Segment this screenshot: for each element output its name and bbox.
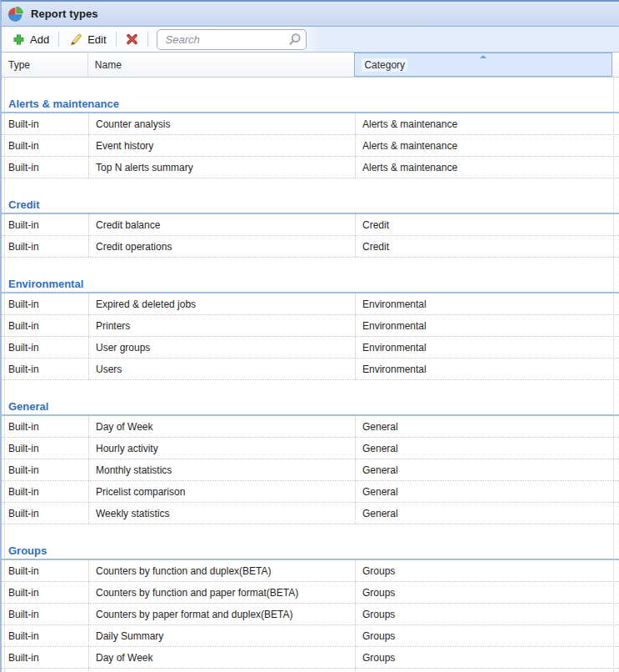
cell-name: Counters by paper format and duplex(BETA… — [88, 604, 355, 624]
table-row[interactable]: Built-inCredit operationsCredit — [2, 236, 619, 258]
table-row[interactable]: Built-inDay of WeekGroups — [2, 647, 619, 669]
table-row[interactable]: Built-inUser groupsEnvironmental — [2, 337, 619, 359]
column-header-category[interactable]: Category — [354, 53, 612, 77]
table-row[interactable]: Built-inCounters by paper format and dup… — [2, 604, 619, 625]
table-row[interactable]: Built-inCounters by function and paper f… — [2, 582, 619, 604]
column-header-name[interactable]: Name — [88, 53, 355, 77]
magnifier-icon[interactable] — [287, 33, 302, 47]
cell-category: Groups — [355, 604, 613, 624]
table-row[interactable]: Built-inPricelist comparisonGeneral — [2, 481, 619, 503]
cell-category: Groups — [355, 625, 613, 646]
search-input[interactable] — [164, 33, 287, 47]
table-row[interactable]: Built-inHourly activityGeneral — [2, 438, 619, 459]
table-row[interactable]: Built-inCredit balanceCredit — [2, 214, 619, 236]
pie-chart-icon — [7, 6, 24, 23]
cell-type: Built-in — [2, 481, 88, 502]
cell-name: Counter analysis — [88, 113, 355, 134]
titlebar[interactable]: Report types — [2, 2, 619, 27]
group-header[interactable]: Credit — [2, 197, 619, 214]
group-header-label: Groups — [8, 544, 47, 557]
cell-name: Expired & deleted jobs — [88, 293, 355, 314]
window-title: Report types — [31, 8, 98, 20]
cell-category: General — [355, 438, 613, 459]
cell-name: User groups — [88, 337, 355, 358]
sort-ascending-icon — [480, 55, 487, 58]
table-row[interactable]: Built-inPrintersEnvironmental — [2, 315, 619, 337]
edit-button-label: Edit — [87, 33, 106, 46]
edit-button[interactable]: Edit — [62, 30, 112, 48]
search-box — [157, 29, 307, 50]
delete-button[interactable] — [120, 31, 144, 48]
cell-category: Environmental — [355, 315, 613, 336]
cell-category: Groups — [355, 560, 613, 581]
table-row[interactable]: Built-inCounters by function and duplex(… — [2, 560, 619, 582]
cell-name: Weekly statistics — [88, 503, 355, 524]
cell-type — [2, 669, 88, 672]
table-row[interactable]: Built-inEvent historyAlerts & maintenanc… — [2, 135, 619, 157]
cell-type: Built-in — [2, 135, 88, 156]
group-header[interactable]: General — [2, 399, 619, 416]
table-row[interactable]: Built-inDay of WeekGeneral — [2, 416, 619, 438]
cell-type: Built-in — [2, 337, 88, 358]
cell-category: Environmental — [355, 359, 613, 379]
toolbar-separator — [147, 32, 148, 47]
cell-category: General — [355, 503, 613, 524]
cell-type: Built-in — [2, 157, 88, 178]
cell-category: Credit — [355, 214, 613, 235]
cell-type: Built-in — [2, 560, 88, 581]
cell-type: Built-in — [2, 582, 88, 603]
add-button-label: Add — [30, 33, 49, 46]
add-button[interactable]: Add — [7, 31, 55, 48]
table-body: Alerts & maintenanceBuilt-inCounter anal… — [2, 78, 619, 672]
cell-name: Event history — [88, 135, 355, 156]
column-header-type-label: Type — [8, 59, 30, 71]
grid-left-dotted-border — [4, 78, 5, 672]
table-row[interactable]: Built-inUsersEnvironmental — [2, 359, 619, 380]
cell-category: General — [355, 416, 613, 437]
cell-name: Day of Week — [88, 416, 355, 437]
column-header-type[interactable]: Type — [2, 53, 88, 77]
cell-name — [88, 669, 355, 672]
table-row-partial[interactable] — [2, 669, 619, 672]
cell-type: Built-in — [2, 503, 88, 524]
cell-type: Built-in — [2, 604, 88, 624]
table-row[interactable]: Built-inTop N alerts summaryAlerts & mai… — [2, 157, 619, 178]
group-section: EnvironmentalBuilt-inExpired & deleted j… — [2, 258, 619, 380]
cell-name: Credit balance — [88, 214, 355, 235]
table-row[interactable]: Built-inCounter analysisAlerts & mainten… — [2, 113, 619, 135]
group-header[interactable]: Alerts & maintenance — [2, 96, 619, 113]
group-section: Alerts & maintenanceBuilt-inCounter anal… — [2, 78, 619, 178]
group-section: GeneralBuilt-inDay of WeekGeneralBuilt-i… — [2, 380, 619, 524]
cell-category: Environmental — [355, 337, 613, 358]
cell-name: Hourly activity — [88, 438, 355, 459]
table-row[interactable]: Built-inExpired & deleted jobsEnvironmen… — [2, 293, 619, 315]
group-gap — [2, 258, 619, 276]
group-header[interactable]: Groups — [2, 543, 619, 560]
cell-name: Top N alerts summary — [88, 157, 355, 178]
group-gap — [2, 380, 619, 399]
table-row[interactable]: Built-inWeekly statisticsGeneral — [2, 503, 619, 524]
cell-category: Alerts & maintenance — [355, 135, 613, 156]
cell-type: Built-in — [2, 359, 88, 379]
cell-name: Pricelist comparison — [88, 481, 355, 502]
group-header[interactable]: Environmental — [2, 276, 619, 293]
cell-category: Alerts & maintenance — [355, 113, 613, 134]
cell-category: Environmental — [355, 293, 613, 314]
cell-name: Counters by function and duplex(BETA) — [88, 560, 355, 581]
cell-name: Users — [88, 359, 355, 379]
table-header: Type Name Category — [2, 53, 619, 78]
column-header-filler — [612, 53, 619, 77]
cell-type: Built-in — [2, 315, 88, 336]
group-header-label: Alerts & maintenance — [8, 98, 119, 110]
cell-type: Built-in — [2, 459, 88, 480]
plus-icon — [12, 33, 25, 46]
table-row[interactable]: Built-inMonthly statisticsGeneral — [2, 459, 619, 481]
cell-type: Built-in — [2, 113, 88, 134]
group-gap — [2, 524, 619, 543]
group-gap — [2, 78, 619, 96]
cell-type: Built-in — [2, 416, 88, 437]
table-row[interactable]: Built-inDaily SummaryGroups — [2, 625, 619, 647]
cell-name: Monthly statistics — [88, 459, 355, 480]
cell-type: Built-in — [2, 647, 88, 668]
cell-name: Printers — [88, 315, 355, 336]
